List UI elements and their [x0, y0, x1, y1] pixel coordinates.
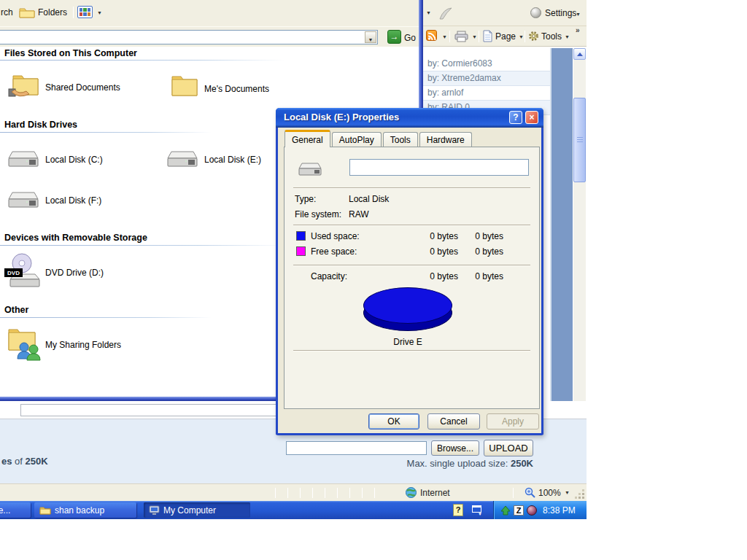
drive-icon: [298, 161, 322, 177]
folders-button[interactable]: Folders: [38, 7, 67, 18]
separator: [293, 225, 530, 226]
divider: [73, 7, 74, 18]
address-input[interactable]: ▼: [0, 30, 378, 44]
item-me-documents[interactable]: Me's Documents: [204, 84, 269, 94]
list-item[interactable]: by: Cormier6083: [422, 57, 550, 71]
dialog-help-button[interactable]: ?: [509, 111, 522, 124]
go-arrow-icon[interactable]: →: [387, 30, 401, 44]
used-space-bytes: 0 bytes: [407, 231, 458, 241]
internet-globe-icon: [406, 487, 417, 498]
scroll-thumb[interactable]: [573, 98, 586, 182]
scroll-up-button[interactable]: [573, 48, 586, 60]
tab-general[interactable]: General: [285, 130, 330, 147]
item-local-disk-e[interactable]: Local Disk (E:): [204, 155, 261, 165]
dialog-title-bar[interactable]: Local Disk (E:) Properties ? ×: [276, 108, 543, 128]
toolbar-caret-icon[interactable]: ▼: [478, 512, 482, 516]
local-disk-c-icon[interactable]: [7, 149, 39, 169]
item-dvd-drive-d[interactable]: DVD Drive (D:): [45, 268, 104, 278]
page-caret-icon[interactable]: ▼: [519, 34, 524, 39]
search-button-partial[interactable]: rch: [1, 7, 13, 18]
usage-pie-chart: [363, 287, 452, 324]
round-tray-icon[interactable]: [527, 505, 537, 516]
taskbar-button-shan-backup[interactable]: shan backup: [34, 502, 136, 518]
upload-button[interactable]: UPLOAD: [484, 440, 533, 456]
taskbar: Re... shan backup My Computer ? ▼ Z: [0, 501, 587, 519]
tools-caret-icon[interactable]: ▼: [565, 34, 570, 39]
zoom-magnifier-icon: [525, 487, 536, 499]
dialog-close-button[interactable]: ×: [525, 111, 538, 124]
views-caret-icon[interactable]: ▼: [97, 10, 102, 15]
rss-icon[interactable]: [426, 30, 437, 41]
apply-button[interactable]: Apply: [487, 413, 539, 429]
tools-button[interactable]: Tools: [541, 31, 562, 42]
section-underline: [0, 132, 212, 133]
divider: [374, 488, 375, 498]
used-space-swatch: [296, 231, 306, 241]
item-local-disk-c[interactable]: Local Disk (C:): [45, 155, 103, 165]
me-documents-folder-icon[interactable]: [170, 73, 199, 99]
used-space-alt: 0 bytes: [452, 231, 503, 241]
general-tab-panel: Type: Local Disk File system: RAW Used s…: [284, 147, 540, 409]
item-local-disk-f[interactable]: Local Disk (F:): [45, 195, 101, 206]
up-arrow-icon: [577, 52, 583, 56]
tab-hardware[interactable]: Hardware: [419, 132, 472, 147]
folders-icon: [19, 6, 35, 19]
section-title: Other: [4, 305, 28, 315]
page-button[interactable]: Page: [495, 31, 516, 42]
go-button-label[interactable]: Go: [404, 33, 416, 43]
separator: [293, 350, 530, 351]
printer-caret-icon[interactable]: ▼: [472, 34, 477, 39]
tab-tools[interactable]: Tools: [383, 132, 418, 147]
zonealarm-tray-icon[interactable]: Z: [514, 505, 524, 516]
item-my-sharing-folders[interactable]: My Sharing Folders: [45, 340, 121, 350]
list-item[interactable]: by: Xtreme2damax: [422, 71, 550, 86]
rss-caret-icon[interactable]: ▼: [442, 34, 447, 39]
help-tray-icon[interactable]: ?: [453, 504, 463, 516]
free-space-swatch: [296, 246, 306, 256]
zoom-caret-icon[interactable]: ▼: [565, 490, 570, 495]
capacity-bytes: 0 bytes: [407, 271, 458, 281]
feather-icon: [438, 6, 454, 20]
toolbar-overflow-button[interactable]: »: [576, 26, 580, 34]
local-disk-f-icon[interactable]: [7, 190, 39, 210]
divider: [287, 488, 288, 498]
address-dropdown-button[interactable]: ▼: [365, 31, 376, 43]
zoom-level-button[interactable]: 100%: [538, 488, 561, 498]
quota-text: es of 250K: [1, 456, 48, 467]
list-item[interactable]: by: arnlof: [422, 86, 550, 101]
settings-button[interactable]: Settings: [545, 8, 576, 18]
system-tray: Z 8:38 PM: [493, 501, 587, 519]
resize-grip[interactable]: [582, 497, 584, 499]
settings-caret-icon[interactable]: ▼: [576, 12, 581, 17]
section-title: Hard Disk Drives: [4, 120, 77, 130]
divider: [449, 31, 450, 42]
section-underline: [0, 317, 212, 318]
download-tray-icon[interactable]: [500, 505, 511, 516]
divider: [337, 488, 338, 498]
cancel-button[interactable]: Cancel: [427, 413, 480, 429]
browser-status-bar: Internet 100% ▼: [0, 483, 587, 501]
dropdown-caret-icon[interactable]: ▼: [426, 10, 431, 15]
thumb-grip-icon: [577, 137, 583, 138]
tab-autoplay[interactable]: AutoPlay: [332, 132, 382, 147]
printer-icon[interactable]: [454, 31, 468, 42]
ok-button[interactable]: OK: [368, 413, 419, 429]
local-disk-e-icon[interactable]: [166, 149, 198, 169]
views-icon[interactable]: [77, 6, 93, 18]
volume-label-input[interactable]: [349, 159, 529, 176]
divider: [325, 488, 325, 498]
my-sharing-folders-icon[interactable]: [7, 325, 41, 362]
browse-button[interactable]: Browse...: [431, 440, 479, 456]
type-label: Type:: [295, 194, 316, 204]
capacity-label: Capacity:: [311, 271, 347, 281]
item-shared-documents[interactable]: Shared Documents: [45, 82, 120, 93]
dvd-drive-icon[interactable]: DVD: [4, 252, 42, 290]
taskbar-button-re[interactable]: Re...: [0, 502, 31, 518]
used-space-label: Used space:: [311, 231, 360, 241]
max-upload-note: Max. single upload size: 250K: [292, 458, 533, 469]
taskbar-button-my-computer[interactable]: My Computer: [144, 502, 250, 518]
shared-documents-icon[interactable]: [7, 70, 41, 101]
capacity-alt: 0 bytes: [452, 271, 503, 281]
upload-file-input[interactable]: [286, 441, 427, 455]
divider: [513, 488, 514, 498]
